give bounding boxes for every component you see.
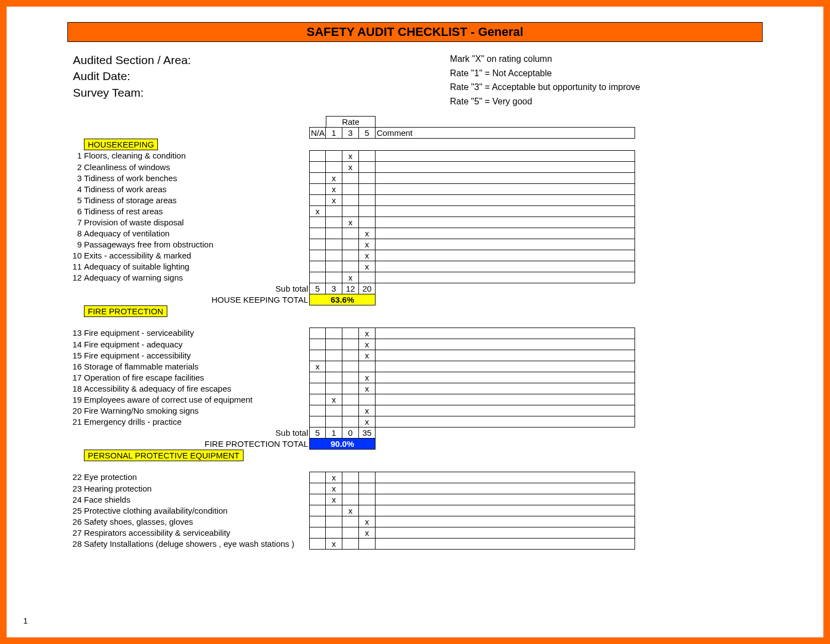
- cell-rate5: [359, 494, 376, 505]
- subtotal-1: 3: [326, 283, 342, 294]
- cell-comment: [376, 328, 635, 339]
- item-number: 25: [67, 505, 83, 516]
- rating-legend: Mark "X" on rating column Rate "1" = Not…: [417, 52, 763, 108]
- cell-comment: [376, 472, 635, 483]
- cell-comment: [376, 184, 635, 195]
- cell-comment: [376, 539, 635, 550]
- item-label: Tidiness of work areas: [83, 184, 309, 195]
- cell-rate3: x: [342, 272, 359, 283]
- item-number: 26: [67, 516, 83, 527]
- section-total-label: FIRE PROTECTION TOTAL: [83, 439, 309, 450]
- cell-rate1: [326, 272, 342, 283]
- cell-rate5: x: [359, 261, 376, 272]
- cell-na: [309, 494, 326, 505]
- section-total-value: 63.6%: [309, 294, 376, 305]
- cell-rate3: [342, 527, 359, 539]
- cell-comment: [376, 195, 635, 206]
- cell-rate1: [326, 328, 342, 339]
- cell-comment: [376, 416, 635, 427]
- cell-comment: [376, 494, 635, 505]
- item-label: Adequacy of warning signs: [83, 272, 309, 283]
- survey-team-label: Survey Team:: [73, 85, 417, 101]
- item-number: 1: [67, 150, 83, 162]
- cell-rate5: [359, 195, 376, 206]
- cell-rate3: x: [342, 505, 359, 516]
- cell-rate3: x: [342, 217, 359, 228]
- page-number: 1: [23, 616, 28, 625]
- item-label: Eye protection: [83, 472, 309, 483]
- cell-comment: [376, 405, 635, 416]
- cell-rate1: [326, 516, 342, 527]
- cell-rate5: x: [359, 383, 376, 394]
- cell-rate5: [359, 483, 376, 494]
- item-label: Tidiness of work benches: [83, 173, 309, 184]
- cell-rate1: [326, 405, 342, 416]
- item-number: 4: [67, 184, 83, 195]
- subtotal-na: 5: [309, 283, 326, 294]
- cell-na: [309, 339, 326, 350]
- cell-rate3: [342, 383, 359, 394]
- cell-rate5: x: [359, 405, 376, 416]
- cell-rate5: x: [359, 328, 376, 339]
- checklist-grid: RateN/A135 CommentHOUSEKEEPING1Floors, c…: [67, 116, 785, 550]
- item-number: 24: [67, 494, 83, 505]
- cell-na: x: [309, 361, 326, 372]
- cell-comment: [376, 372, 635, 383]
- item-number: 18: [67, 383, 83, 394]
- cell-rate3: [342, 494, 359, 505]
- item-label: Fire equipment - accessibility: [83, 350, 309, 361]
- cell-rate3: [342, 372, 359, 383]
- section-total-value: 90.0%: [309, 439, 376, 450]
- section-heading: PERSONAL PROTECTIVE EQUIPMENT: [83, 450, 309, 461]
- cell-rate1: [326, 383, 342, 394]
- section-heading: HOUSEKEEPING: [83, 139, 309, 150]
- subtotal-label: Sub total: [83, 427, 309, 439]
- rate-header: Rate: [326, 116, 376, 127]
- section-label: FIRE PROTECTION: [84, 305, 167, 317]
- cell-comment: [376, 383, 635, 394]
- item-number: 17: [67, 372, 83, 383]
- subtotal-na: 5: [309, 427, 326, 439]
- cell-na: [309, 405, 326, 416]
- cell-rate1: [326, 350, 342, 361]
- cell-na: [309, 483, 326, 494]
- cell-na: [309, 184, 326, 195]
- cell-comment: [376, 272, 635, 283]
- item-number: 22: [67, 472, 83, 483]
- section-total-label: HOUSE KEEPING TOTAL: [83, 294, 309, 305]
- audit-info: Audited Section / Area: Audit Date: Surv…: [67, 52, 417, 108]
- cell-rate1: [326, 505, 342, 516]
- cell-comment: [376, 339, 635, 350]
- cell-rate3: [342, 239, 359, 250]
- subtotal-5: 20: [359, 283, 376, 294]
- cell-rate1: x: [326, 539, 342, 550]
- cell-rate1: x: [326, 184, 342, 195]
- cell-rate3: [342, 206, 359, 217]
- cell-rate1: [326, 162, 342, 173]
- cell-comment: [376, 516, 635, 527]
- cell-rate1: [326, 361, 342, 372]
- cell-comment: [376, 505, 635, 516]
- item-number: 13: [67, 328, 83, 339]
- cell-rate5: [359, 150, 376, 162]
- cell-rate1: [326, 239, 342, 250]
- cell-comment: [376, 228, 635, 239]
- cell-na: [309, 350, 326, 361]
- cell-rate5: x: [359, 228, 376, 239]
- legend-rate3: Rate "3" = Acceptable but opportunity to…: [450, 80, 763, 94]
- section-label: HOUSEKEEPING: [84, 139, 158, 150]
- cell-rate3: [342, 472, 359, 483]
- cell-comment: [376, 527, 635, 539]
- cell-na: [309, 195, 326, 206]
- cell-na: [309, 173, 326, 184]
- item-label: Provision of waste disposal: [83, 217, 309, 228]
- item-number: 23: [67, 483, 83, 494]
- cell-rate5: x: [359, 416, 376, 427]
- cell-comment: [376, 239, 635, 250]
- subtotal-1: 1: [326, 427, 342, 439]
- cell-rate5: [359, 505, 376, 516]
- cell-rate3: [342, 328, 359, 339]
- item-number: 6: [67, 206, 83, 217]
- cell-rate3: x: [342, 150, 359, 162]
- item-label: Floors, cleaning & condition: [83, 150, 309, 162]
